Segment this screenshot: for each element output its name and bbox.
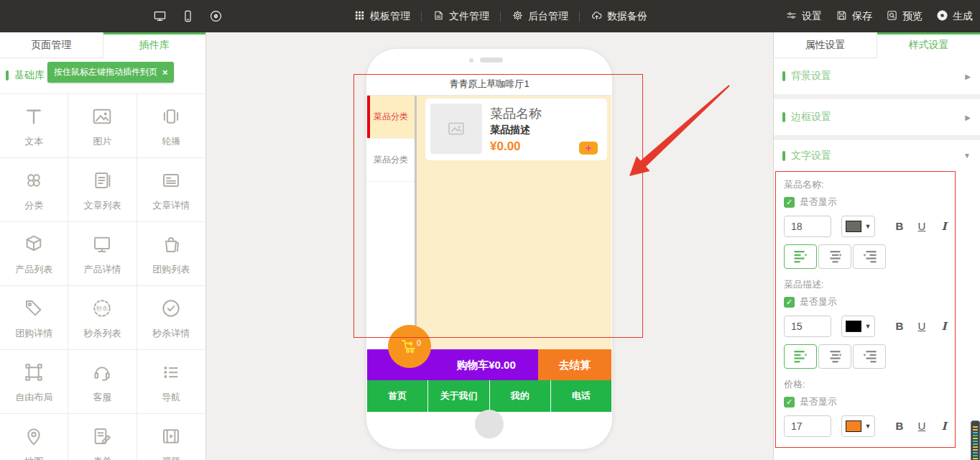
topbar-action-generate[interactable]: 生成 [936, 9, 973, 24]
topbar-menu-grid[interactable]: 模板管理 [353, 9, 410, 24]
desktop-icon[interactable] [153, 9, 167, 23]
phone-nav-item[interactable]: 我的 [490, 380, 551, 412]
phone-nav-item[interactable]: 首页 [367, 380, 428, 412]
checkbox-checked-icon[interactable]: ✓ [784, 397, 795, 408]
tab-style-settings[interactable]: 样式设置 [877, 32, 980, 58]
plugin-item-seckill-list[interactable]: 秒杀秒杀列表 [68, 286, 137, 350]
cart-total-label: 购物车¥0.00 [430, 349, 542, 380]
caret-down-icon: ▼ [865, 223, 872, 230]
plugin-item-article-list[interactable]: 文章列表 [68, 158, 137, 222]
border-settings-header[interactable]: 边框设置 ▶ [774, 99, 980, 135]
font-color-dropdown[interactable]: ▼ [841, 415, 875, 437]
bold-button[interactable]: B [895, 420, 905, 433]
toolbar-menu-label: 数据备份 [607, 10, 647, 23]
green-pill-icon [782, 151, 785, 161]
toolbar-menu-label: 文件管理 [449, 10, 489, 23]
checkout-button[interactable]: 去结算 [538, 349, 611, 380]
product-list-icon [22, 233, 45, 259]
cart-icon[interactable] [388, 325, 431, 368]
green-pill-icon [6, 70, 9, 80]
plugin-item-product-list[interactable]: 产品列表 [0, 222, 68, 286]
plugin-item-seckill-detail[interactable]: 秒杀详情 [137, 286, 205, 350]
menu-plugin-body: 菜品分类 菜品分类 菜品名称 菜品描述 ¥0.00 + [367, 96, 611, 349]
app-window: 模板管理文件管理后台管理数据备份 设置保存预览生成 页面管理 插件库 基础库 按… [0, 0, 980, 460]
right-panel-tabs: 属性设置 样式设置 [774, 32, 980, 58]
topbar-action-save[interactable]: 保存 [836, 9, 872, 24]
tab-page-management[interactable]: 页面管理 [0, 32, 103, 58]
toolbar-menu-label: 后台管理 [528, 10, 568, 23]
underline-button[interactable]: U [917, 420, 927, 433]
plugin-item-service[interactable]: 客服 [68, 350, 137, 414]
dish-card[interactable]: 菜品名称 菜品描述 ¥0.00 + [425, 98, 607, 160]
topbar-menu-file[interactable]: 文件管理 [433, 9, 489, 24]
italic-button[interactable]: I [939, 220, 949, 233]
image-icon [91, 105, 114, 131]
font-controls-row: ▼BUI [784, 216, 949, 237]
plugin-item-groupbuy-detail[interactable]: 团购详情 [0, 286, 68, 350]
cart-count-badge: 0 [412, 336, 425, 349]
align-center-button[interactable] [818, 244, 851, 269]
plugin-item-image[interactable]: 图片 [68, 94, 137, 158]
align-left-button[interactable] [784, 244, 817, 269]
align-right-button[interactable] [853, 244, 886, 269]
checkbox-checked-icon[interactable]: ✓ [784, 297, 795, 308]
plugin-item-article-detail[interactable]: 文章详情 [137, 158, 205, 222]
italic-button[interactable]: I [939, 420, 949, 433]
font-size-input[interactable] [784, 415, 831, 437]
font-size-input[interactable] [784, 216, 831, 237]
font-size-input[interactable] [784, 316, 831, 337]
preview-icon [886, 9, 898, 24]
dish-category-tab-active[interactable]: 菜品分类 [367, 96, 415, 139]
plugin-item-video[interactable]: 视频 [137, 414, 205, 460]
underline-button[interactable]: U [917, 220, 927, 233]
plugin-item-groupbuy-list[interactable]: 团购列表 [137, 222, 205, 286]
chevron-right-icon: ▶ [965, 73, 971, 80]
plugin-item-form[interactable]: 表单 [68, 414, 137, 460]
plugin-label: 秒杀列表 [83, 327, 121, 340]
italic-button[interactable]: I [939, 320, 949, 333]
plugin-item-product-detail[interactable]: 产品详情 [68, 222, 137, 286]
topbar-menu-cloud-upload[interactable]: 数据备份 [591, 9, 647, 24]
scrollbar-thumb[interactable] [971, 420, 980, 460]
plugin-item-freelayout[interactable]: 自由布局 [0, 350, 68, 414]
align-left-button[interactable] [784, 344, 817, 369]
add-to-cart-button[interactable]: + [579, 142, 598, 155]
font-color-dropdown[interactable]: ▼ [841, 316, 875, 337]
show-label: 是否显示 [800, 295, 837, 308]
phone-nav-item[interactable]: 电话 [551, 380, 611, 412]
tab-plugin-library[interactable]: 插件库 [103, 32, 206, 58]
plugin-item-map[interactable]: 地图 [0, 414, 68, 460]
tab-attribute-settings[interactable]: 属性设置 [774, 32, 877, 58]
bold-button[interactable]: B [895, 320, 905, 333]
phone-home-button[interactable] [475, 410, 504, 438]
toolbar-divider [421, 12, 422, 22]
close-icon[interactable]: × [162, 68, 168, 77]
topbar-menu-gear[interactable]: 后台管理 [512, 9, 568, 24]
plugin-library-panel: 页面管理 插件库 基础库 按住鼠标左键拖动插件到页 × 文本图片轮播分类文章列表… [0, 32, 206, 460]
underline-button[interactable]: U [917, 320, 927, 333]
phone-speaker [480, 58, 503, 63]
plugin-item-text[interactable]: 文本 [0, 94, 68, 158]
align-right-button[interactable] [853, 344, 886, 369]
show-toggle-row: ✓是否显示 [784, 395, 949, 408]
bold-button[interactable]: B [895, 220, 905, 233]
text-settings-highlight-box: 菜品名称:✓是否显示▼BUI菜品描述:✓是否显示▼BUI价格:✓是否显示▼BUI [775, 171, 956, 448]
topbar-action-preview[interactable]: 预览 [886, 9, 923, 24]
plugin-item-nav[interactable]: 导航 [137, 350, 205, 414]
show-toggle-row: ✓是否显示 [784, 196, 949, 208]
font-color-dropdown[interactable]: ▼ [841, 216, 875, 237]
topbar-action-sliders[interactable]: 设置 [785, 9, 822, 24]
section-gap [774, 135, 980, 140]
color-swatch [846, 221, 861, 232]
link-icon[interactable] [209, 9, 223, 23]
section-gap [774, 94, 980, 99]
plugin-item-category[interactable]: 分类 [0, 158, 68, 222]
mobile-icon[interactable] [181, 9, 195, 23]
background-settings-header[interactable]: 背景设置 ▶ [774, 58, 980, 94]
dish-category-tab[interactable]: 菜品分类 [367, 139, 415, 182]
checkbox-checked-icon[interactable]: ✓ [784, 197, 795, 208]
plugin-item-carousel[interactable]: 轮播 [137, 94, 205, 158]
align-center-button[interactable] [818, 344, 851, 369]
text-settings-header[interactable]: 文字设置 ▼ [774, 140, 980, 171]
phone-nav-item[interactable]: 关于我们 [428, 380, 489, 412]
